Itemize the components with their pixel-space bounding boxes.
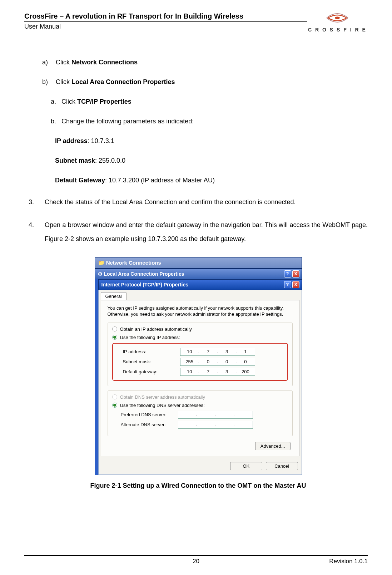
svg-point-0 <box>335 17 340 19</box>
row-alternate-dns: Alternate DNS server: . . . <box>121 421 288 429</box>
ok-button[interactable]: OK <box>230 462 262 470</box>
doc-title: CrossFire – A revolution in RF Transport… <box>24 11 307 21</box>
row-preferred-dns: Preferred DNS server: . . . <box>121 411 288 419</box>
header-left: CrossFire – A revolution in RF Transport… <box>24 11 307 30</box>
preferred-dns-input[interactable]: . . . <box>178 411 253 419</box>
row-default-gateway: Default gateway: 10. 7. 3. 200 <box>123 368 286 376</box>
step-4-text: Open a browser window and enter the defa… <box>45 218 368 246</box>
subnet-mask-input[interactable]: 255. 0. 0. 0 <box>180 358 255 366</box>
tab-general[interactable]: General <box>101 292 126 300</box>
cancel-button[interactable]: Cancel <box>266 462 298 470</box>
revision-text: Revision 1.0.1 <box>329 558 368 565</box>
default-gateway-input[interactable]: 10. 7. 3. 200 <box>180 368 255 376</box>
help-button[interactable]: ? <box>284 270 291 277</box>
tab-panel-general: You can get IP settings assigned automat… <box>101 300 299 456</box>
content-body: a) Click Network Connections b) Click Lo… <box>24 58 368 490</box>
radio-icon <box>112 326 117 331</box>
figure-wrap: 📁 Network Connections ⚙ Local Area Conne… <box>29 257 368 490</box>
radio-icon <box>112 403 117 408</box>
figure-caption: Figure 2-1 Setting up a Wired Connection… <box>29 482 368 490</box>
titlebar-network-connections: 📁 Network Connections <box>95 257 302 269</box>
step-b: b) Click Local Area Connection Propertie… <box>42 77 368 87</box>
step-b-text: Click Local Area Connection Properties <box>56 77 175 87</box>
intro-text: You can get IP settings assigned automat… <box>108 305 293 318</box>
radio-icon <box>112 394 117 399</box>
step-ba: a. Click TCP/IP Properties <box>51 97 368 107</box>
row-ip-address: IP address: 10. 7. 3. 1 <box>123 348 286 356</box>
alternate-dns-input[interactable]: . . . <box>178 421 253 429</box>
folder-icon: 📁 <box>98 260 106 266</box>
titlebar-lan-properties: ⚙ Local Area Connection Properties ? X <box>95 269 302 279</box>
logo-swirl-icon <box>324 11 350 26</box>
param-gateway: Default Gateway: 10.7.3.200 (IP address … <box>55 176 368 185</box>
left-strip <box>95 279 98 475</box>
ip-group: Obtain an IP address automatically Use t… <box>108 323 293 386</box>
step-ba-text: Click TCP/IP Properties <box>61 97 132 107</box>
tab-strip: General <box>99 290 302 300</box>
advanced-row: Advanced... <box>108 441 293 451</box>
dialog-footer-buttons: OK Cancel <box>99 458 302 475</box>
dialog-body: General You can get IP settings assigned… <box>98 290 302 475</box>
marker-a: a) <box>42 58 56 67</box>
dns-group: Obtain DNS server address automatically … <box>108 390 293 436</box>
lan-icon: ⚙ <box>98 271 104 277</box>
row-subnet-mask: Subnet mask: 255. 0. 0. 0 <box>123 358 286 366</box>
step-bb: b. Change the following parameters as in… <box>51 117 368 126</box>
page-number: 20 <box>193 558 199 565</box>
close-button[interactable]: X <box>292 281 299 288</box>
xp-dialog-stack: 📁 Network Connections ⚙ Local Area Conne… <box>95 257 302 475</box>
advanced-button[interactable]: Advanced... <box>255 442 291 450</box>
marker-3: 3. <box>29 195 45 210</box>
close-button[interactable]: X <box>292 270 299 277</box>
marker-4: 4. <box>29 218 45 246</box>
step-3-text: Check the status of the Local Area Conne… <box>45 195 296 210</box>
step-a: a) Click Network Connections <box>42 58 368 67</box>
page-footer: 20 Revision 1.0.1 <box>24 555 368 565</box>
radio-use-following-dns[interactable]: Use the following DNS server addresses: <box>112 403 288 408</box>
ip-address-input[interactable]: 10. 7. 3. 1 <box>180 348 255 356</box>
radio-use-following-ip[interactable]: Use the following IP address: <box>112 335 288 340</box>
titlebar-tcpip-properties: Internet Protocol (TCP/IP) Properties ? … <box>98 279 302 290</box>
marker-ba: a. <box>51 97 61 107</box>
marker-bb: b. <box>51 117 61 126</box>
page-header: CrossFire – A revolution in RF Transport… <box>24 11 368 33</box>
help-button[interactable]: ? <box>284 281 291 288</box>
radio-obtain-ip-auto[interactable]: Obtain an IP address automatically <box>112 326 288 332</box>
step-bb-text: Change the following parameters as indic… <box>61 117 194 126</box>
param-ip: IP address: 10.7.3.1 <box>55 136 368 146</box>
brand-logo: C R O S S F I R E <box>307 11 368 33</box>
highlighted-ip-fields: IP address: 10. 7. 3. 1 Subnet <box>112 343 288 381</box>
step-4: 4. Open a browser window and enter the d… <box>29 218 368 246</box>
marker-b: b) <box>42 77 56 87</box>
doc-subtitle: User Manual <box>24 21 307 30</box>
param-mask: Subnet mask: 255.0.0.0 <box>55 156 368 166</box>
radio-icon <box>112 335 117 340</box>
brand-name: C R O S S F I R E <box>307 27 368 33</box>
step-3: 3. Check the status of the Local Area Co… <box>29 195 368 210</box>
step-a-text: Click Network Connections <box>56 58 138 67</box>
radio-obtain-dns-auto: Obtain DNS server address automatically <box>112 394 288 400</box>
